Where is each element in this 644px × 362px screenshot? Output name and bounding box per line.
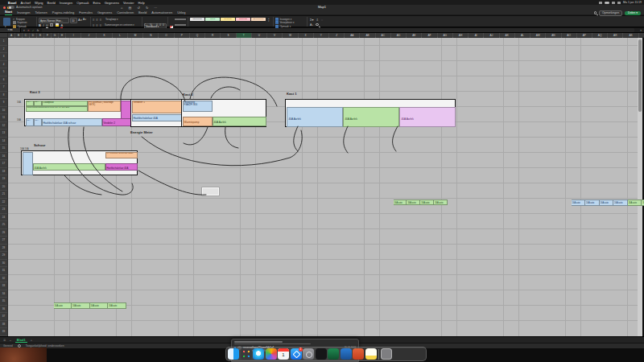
formula-input[interactable]	[42, 28, 634, 32]
tab-gegevens[interactable]: Gegevens	[97, 10, 112, 15]
row-header-9[interactable]: 9	[0, 99, 7, 107]
menu-help[interactable]: Help	[138, 1, 145, 5]
row-header-19[interactable]: 19	[0, 175, 7, 183]
search-icon[interactable]	[594, 11, 597, 14]
sort-filter-icon[interactable]: A↓	[310, 23, 313, 27]
selected-cell-box[interactable]	[202, 187, 219, 195]
verdeler1-hoofdschakelaar-cell[interactable]: Hoofdschakelaar 40A	[132, 114, 184, 121]
copy-icon[interactable]	[13, 21, 16, 24]
kast3-laadpaal-cell[interactable]: Laadpaal	[42, 101, 88, 106]
sheet-canvas[interactable]	[8, 38, 638, 336]
row-header-25[interactable]: 25	[0, 221, 7, 229]
kast3-verdeler2-cell[interactable]: Verdeler 2	[102, 118, 132, 126]
menu-wijzig[interactable]: Wijzig	[35, 1, 43, 5]
kast3-chint-cell[interactable]: Chint aardlekautomaat 2-polig+nul 40A B-…	[26, 106, 88, 112]
merge-center-button[interactable]: Samenvoegen en centreren ▾	[105, 23, 134, 27]
sheet-tab-blad1[interactable]: Blad1	[15, 338, 27, 343]
menu-extra[interactable]: Extra	[93, 1, 100, 5]
row-header-37[interactable]: 37	[0, 313, 7, 321]
verdeler1-cell[interactable]: Verdeler 1	[132, 101, 184, 113]
row-header-7[interactable]: 7	[0, 84, 7, 92]
schuur-aarlek-cell[interactable]: 40A Aarlek	[33, 163, 105, 171]
font-size-select[interactable]: 10	[70, 18, 77, 23]
cancel-entry-icon[interactable]: ✕	[27, 29, 30, 32]
dock-icon-powerpoint[interactable]	[353, 348, 364, 360]
row-header-35[interactable]: 35	[0, 298, 7, 306]
menu-gegevens[interactable]: Gegevens	[105, 1, 119, 5]
row-header-22[interactable]: 22	[0, 199, 7, 207]
menu-excel[interactable]: Excel	[8, 1, 16, 5]
cut-icon[interactable]: ✂	[13, 18, 15, 21]
row-header-3[interactable]: 3	[0, 53, 7, 61]
tab-tekenen[interactable]: Tekenen	[35, 10, 47, 15]
tab-controleren[interactable]: Controleren	[117, 10, 134, 15]
kast1-16a-auto-cell[interactable]: 16A auto	[585, 200, 600, 206]
row-header-4[interactable]: 4	[0, 61, 7, 69]
row-header-29[interactable]: 29	[0, 252, 7, 260]
sheet-menu-icon[interactable]: ⌄	[9, 338, 11, 342]
macos-dock[interactable]: 11	[225, 347, 427, 361]
row-header-20[interactable]: 20	[0, 183, 7, 191]
styles-scroll-arrows[interactable]: ▴▾	[268, 18, 270, 23]
style-berekening[interactable]: Berekening	[251, 18, 266, 22]
copy-label[interactable]: Kopiëren	[18, 21, 27, 24]
kast2-kookgroep-cell[interactable]: KookgroepF3A62PI B16	[183, 101, 213, 113]
align-right-icon[interactable]: ≡	[100, 23, 101, 27]
style-ongeldig[interactable]: Ongeldig	[236, 18, 250, 22]
menu-archief[interactable]: Archief	[20, 1, 30, 5]
bold-button[interactable]: B	[39, 23, 41, 28]
kast1-16a-auto-cell[interactable]: 16A auto	[628, 200, 642, 206]
tab-automatiseren[interactable]: Automatiseren	[151, 10, 172, 15]
row-header-31[interactable]: 31	[0, 267, 7, 275]
kast1-band-blue[interactable]: 40A Aarlek	[287, 107, 343, 128]
kast3-prefix-cell[interactable]: 16A	[34, 101, 42, 106]
kast3-hoofdschakelaar-cell[interactable]: Hoofdschakelaar 40A schuur	[42, 118, 102, 126]
kast3-box[interactable]: 16A 16A Laadpaal PV automaat (:Solaredge…	[24, 99, 131, 126]
row-header-39[interactable]: 39	[0, 328, 7, 336]
fill-color-icon[interactable]	[56, 23, 59, 27]
kast1-band-green[interactable]: 40A Aarlek	[343, 107, 399, 128]
tab-start[interactable]: Start	[5, 9, 12, 15]
menu-venster[interactable]: Venster	[123, 1, 134, 5]
row-header-23[interactable]: 23	[0, 206, 7, 214]
fill-icon[interactable]: ⇩	[316, 18, 318, 22]
comments-button[interactable]: Opmerkingen	[599, 10, 622, 16]
vertical-scrollbar-thumb[interactable]	[638, 39, 642, 112]
menu-invoegen[interactable]: Invoegen	[60, 1, 72, 5]
kast3-prefix-cell[interactable]: 16A	[34, 118, 42, 126]
sheet-nav-icon[interactable]: ≣	[3, 338, 6, 342]
tab-uitleg[interactable]: Uitleg	[177, 10, 185, 15]
row-header-14[interactable]: 14	[0, 138, 7, 146]
kast2-16a-auto-cell[interactable]: 16A auto	[394, 200, 407, 206]
clear-icon[interactable]: ◌	[321, 18, 323, 22]
row-header-15[interactable]: 15	[0, 145, 7, 153]
row-header-13[interactable]: 13	[0, 130, 7, 138]
dock-icon-excel[interactable]	[328, 348, 339, 360]
align-middle-icon[interactable]: ≡	[96, 18, 97, 22]
row-header-26[interactable]: 26	[0, 229, 7, 237]
style-neutraal[interactable]: Neutraal	[221, 18, 235, 22]
underline-button[interactable]: U	[46, 23, 48, 28]
row-header-38[interactable]: 38	[0, 321, 7, 329]
row-header-36[interactable]: 36	[0, 306, 7, 314]
kast3-prefix-cell[interactable]: 16A	[26, 118, 34, 126]
dock-icon-finder[interactable]	[228, 348, 239, 360]
font-color-icon[interactable]: A	[60, 23, 63, 28]
schuur-box[interactable]: 16A auto16A auto16A auto16A auto PV auto…	[21, 150, 138, 175]
schuur-pv-cell[interactable]: PV automaat (Solaredge SE3k)	[105, 152, 138, 158]
cut-label[interactable]: Knippen	[16, 18, 25, 21]
row-header-21[interactable]: 21	[0, 191, 7, 199]
schuur-16a-auto-cell[interactable]: 16A auto	[72, 302, 90, 309]
schuur-blue-column[interactable]	[23, 152, 33, 175]
menu-beeld[interactable]: Beeld	[47, 1, 56, 5]
kast1-16a-auto-cell[interactable]: 16A auto	[600, 200, 614, 206]
control-center-icon[interactable]	[617, 2, 621, 4]
align-center-icon[interactable]: ≡	[96, 23, 97, 27]
row-header-12[interactable]: 12	[0, 122, 7, 130]
find-select-icon[interactable]	[316, 23, 319, 27]
menu-opmaak[interactable]: Opmaak	[76, 1, 89, 5]
insert-cells-icon[interactable]	[275, 18, 279, 21]
row-header-17[interactable]: 17	[0, 160, 7, 168]
dock-icon-agenda[interactable]: 1	[278, 348, 289, 360]
increase-font-icon[interactable]: A˄	[78, 18, 82, 23]
